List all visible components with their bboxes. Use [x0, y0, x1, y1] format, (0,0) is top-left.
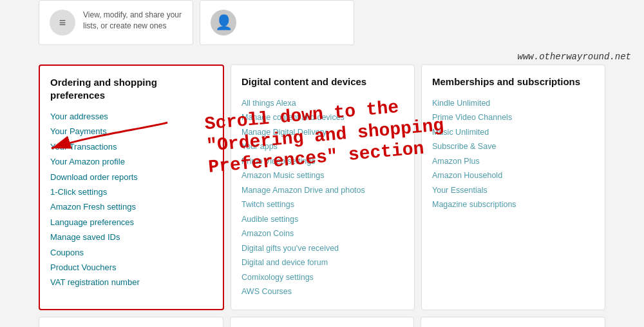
link-household[interactable]: Amazon Household	[432, 168, 594, 183]
communication-section: Communication and content Email subscrip…	[39, 317, 223, 328]
link-music[interactable]: Amazon Music settings	[242, 168, 404, 183]
link-addresses[interactable]: Your addresses	[50, 109, 213, 124]
profile-icon: 👤	[211, 10, 236, 35]
digital-section: Digital content and devices All things A…	[231, 64, 415, 310]
link-language[interactable]: Language preferences	[50, 215, 213, 230]
link-amazon-plus[interactable]: Amazon Plus	[432, 154, 594, 169]
link-kindle[interactable]: Kindle Unlimited	[432, 96, 594, 111]
bottom-sections-row: Communication and content Email subscrip…	[0, 317, 644, 328]
page-wrapper: ≡ View, modify, and share your lists, or…	[0, 0, 644, 327]
link-coins[interactable]: Amazon Coins	[242, 226, 404, 241]
memberships-section: Memberships and subscriptions Kindle Unl…	[421, 64, 605, 310]
link-gifts[interactable]: Digital gifts you've received	[242, 241, 404, 256]
link-manage-devices[interactable]: Manage content and devices	[242, 110, 404, 125]
ordering-section: Ordering and shopping preferences Your a…	[39, 64, 224, 310]
top-strip: ≡ View, modify, and share your lists, or…	[0, 0, 644, 52]
link-essentials[interactable]: Your Essentials	[432, 183, 594, 198]
link-transactions[interactable]: Your Transactions	[50, 139, 213, 154]
link-drive[interactable]: Manage Amazon Drive and photos	[242, 183, 404, 198]
link-alexa[interactable]: All things Alexa	[242, 96, 404, 111]
link-forum[interactable]: Digital and device forum	[242, 255, 404, 270]
link-fresh[interactable]: Amazon Fresh settings	[50, 199, 213, 214]
watermark: www.otherwayround.net	[0, 52, 644, 64]
list-card: ≡ View, modify, and share your lists, or…	[39, 0, 193, 45]
list-icon: ≡	[50, 10, 75, 35]
link-subscribe-save[interactable]: Subscribe & Save	[432, 139, 594, 154]
link-music-unlimited[interactable]: Music Unlimited	[432, 125, 594, 140]
list-card-text: View, modify, and share your lists, or c…	[83, 10, 182, 32]
link-magazines[interactable]: Magazine subscriptions	[432, 197, 594, 212]
link-twitch[interactable]: Twitch settings	[242, 197, 404, 212]
link-audible[interactable]: Audible settings	[242, 212, 404, 227]
ordering-title: Ordering and shopping preferences	[50, 76, 213, 101]
link-amazon-profile[interactable]: Your Amazon profile	[50, 154, 213, 169]
link-vat[interactable]: VAT registration number	[50, 275, 213, 290]
link-comixology[interactable]: Comixology settings	[242, 270, 404, 285]
profile-card: 👤	[200, 0, 354, 45]
link-prime-video[interactable]: Prime Video settings	[242, 154, 404, 169]
link-apps[interactable]: Your apps	[242, 139, 404, 154]
memberships-title: Memberships and subscriptions	[432, 75, 594, 88]
link-aws[interactable]: AWS Courses	[242, 284, 404, 299]
shopping-section: Shopping programs and rentals Third Part…	[230, 317, 415, 328]
other-section: Other programs Account Linking Amazon cr…	[421, 317, 605, 328]
main-sections-row: Ordering and shopping preferences Your a…	[0, 64, 644, 310]
link-payments[interactable]: Your Payments	[50, 124, 213, 139]
link-saved-ids[interactable]: Manage saved IDs	[50, 230, 213, 244]
digital-title: Digital content and devices	[242, 75, 404, 88]
link-order-reports[interactable]: Download order reports	[50, 170, 213, 184]
link-coupons[interactable]: Coupons	[50, 245, 213, 260]
link-1click[interactable]: 1-Click settings	[50, 184, 213, 199]
link-prime-channels[interactable]: Prime Video Channels	[432, 110, 594, 125]
link-vouchers[interactable]: Product Vouchers	[50, 260, 213, 275]
link-digital-delivery[interactable]: Manage Digital Delivery	[242, 125, 404, 140]
